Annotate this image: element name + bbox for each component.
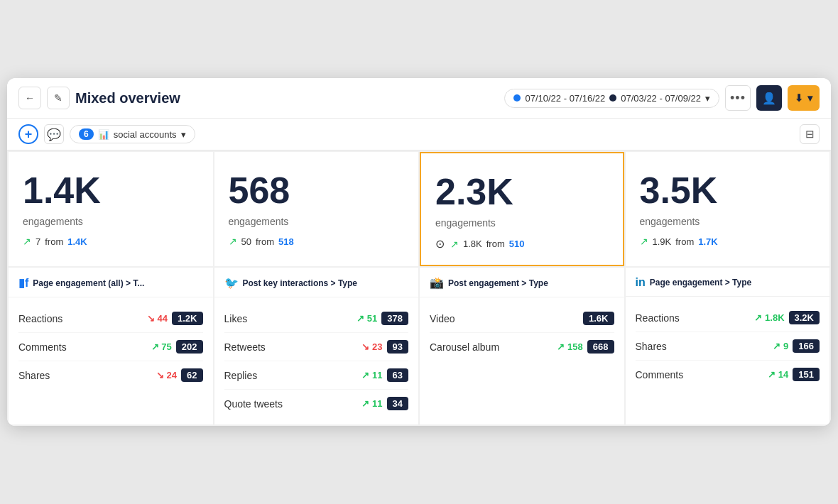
li-reactions-label: Reactions: [636, 312, 680, 324]
app-window: ← ✎ Mixed overview 07/10/22 - 07/16/22 0…: [7, 78, 831, 426]
fb-reactions-change: ↘ 44: [147, 313, 168, 324]
metric-change-1: ↗ 50 from 518: [229, 236, 405, 247]
tw-item-retweets: Retweets ↘ 23 93: [224, 333, 409, 361]
metric-change-3: ↗ 1.9K from 1.7K: [640, 236, 816, 247]
detail-header-twitter: 🐦 Post key interactions > Type: [214, 268, 419, 297]
tw-likes-label: Likes: [224, 313, 248, 324]
metric-label-2: engagements: [435, 217, 609, 229]
fb-comments-label: Comments: [18, 341, 67, 353]
li-detail-body: Reactions ↗ 1.8K 3.2K Shares ↗ 9 166: [626, 297, 830, 395]
ig-header-text: Post engagement > Type: [448, 278, 548, 288]
detail-card-twitter: 🐦 Post key interactions > Type Likes ↗ 5…: [214, 268, 419, 424]
fb-detail-body: Reactions ↘ 44 1.2K Comments ↗ 75 202: [9, 297, 213, 396]
li-reactions-change: ↗ 1.8K: [754, 312, 784, 323]
header-right: 07/10/22 - 07/16/22 07/03/22 - 07/09/22 …: [504, 85, 820, 111]
fb-shares-val: 62: [181, 368, 202, 382]
date1-dot: [513, 94, 521, 102]
tw-header-text: Post key interactions > Type: [243, 278, 358, 288]
tw-retweets-right: ↘ 23 93: [361, 340, 408, 354]
detail-card-linkedin: in Page engagement > Type Reactions ↗ 1.…: [626, 268, 830, 424]
ig-video-right: 1.6K: [583, 312, 614, 325]
ig-carousel-right: ↗ 158 668: [557, 340, 614, 354]
change-val-2: 1.8K: [463, 239, 482, 249]
li-item-comments: Comments ↗ 14 151: [636, 361, 820, 388]
tw-retweets-label: Retweets: [224, 341, 266, 353]
filter-button[interactable]: ⊟: [800, 124, 820, 144]
chevron-down-icon-3: ▾: [181, 129, 186, 140]
detail-header-facebook: ▮f Page engagement (all) > T...: [9, 268, 213, 297]
linkedin-icon: in: [636, 276, 646, 289]
arrow-up-icon-2: ↗: [450, 239, 459, 250]
user-button[interactable]: 👤: [756, 85, 782, 111]
from-val-1: 518: [278, 236, 294, 247]
change-val-0: 7: [36, 236, 40, 247]
tw-item-likes: Likes ↗ 51 378: [224, 305, 409, 333]
tw-replies-change: ↗ 11: [361, 370, 382, 380]
li-item-shares: Shares ↗ 9 166: [636, 332, 820, 361]
date1-label: 07/10/22 - 07/16/22: [525, 93, 605, 104]
accounts-badge: 6: [79, 128, 94, 140]
chat-button[interactable]: 💬: [44, 124, 64, 144]
tw-quote-val: 34: [387, 397, 408, 410]
social-accounts-button[interactable]: 6 📊 social accounts ▾: [70, 125, 195, 143]
chat-icon: 💬: [47, 128, 61, 141]
edit-button[interactable]: ✎: [47, 87, 70, 109]
li-shares-change: ↗ 9: [773, 341, 788, 351]
li-reactions-val: 3.2K: [789, 311, 820, 324]
li-comments-right: ↗ 14 151: [768, 368, 820, 381]
back-button[interactable]: ←: [18, 87, 41, 109]
detail-card-facebook: ▮f Page engagement (all) > T... Reaction…: [9, 268, 213, 424]
fb-shares-change: ↘ 24: [156, 370, 177, 380]
li-item-reactions: Reactions ↗ 1.8K 3.2K: [636, 304, 820, 332]
from-label-0: from: [45, 236, 63, 247]
add-button[interactable]: +: [18, 124, 38, 144]
metric-change-0: ↗ 7 from 1.4K: [23, 236, 199, 247]
metric-change-2: ⊙ ↗ 1.8K from 510: [435, 237, 609, 251]
chevron-down-icon: ▾: [705, 93, 710, 104]
tw-replies-label: Replies: [224, 370, 258, 381]
social-accounts-label: social accounts: [114, 129, 177, 140]
tw-detail-body: Likes ↗ 51 378 Retweets ↘ 23 93: [214, 297, 419, 424]
tw-item-replies: Replies ↗ 11 63: [224, 361, 409, 390]
metric-value-0: 1.4K: [23, 172, 199, 209]
li-shares-label: Shares: [636, 341, 667, 352]
tw-likes-val: 378: [381, 312, 408, 325]
tw-replies-right: ↗ 11 63: [361, 368, 408, 382]
detail-header-instagram: 📸 Post engagement > Type: [420, 268, 624, 297]
fb-item-reactions: Reactions ↘ 44 1.2K: [18, 305, 203, 333]
metric-value-1: 568: [229, 172, 405, 209]
ig-carousel-val: 668: [587, 340, 614, 354]
fb-comments-val: 202: [176, 340, 203, 354]
fb-comments-change: ↗ 75: [151, 341, 172, 352]
fb-reactions-label: Reactions: [18, 313, 62, 324]
arrow-up-icon-0: ↗: [23, 236, 31, 247]
fb-reactions-val: 1.2K: [172, 312, 202, 325]
tw-likes-right: ↗ 51 378: [357, 312, 408, 325]
tw-replies-val: 63: [387, 368, 408, 382]
metric-value-3: 3.5K: [640, 172, 816, 209]
metric-label-0: engagements: [23, 216, 199, 227]
metrics-row: 1.4K engagements ↗ 7 from 1.4K 568 engag…: [9, 152, 829, 266]
page-title: Mixed overview: [75, 90, 180, 106]
header: ← ✎ Mixed overview 07/10/22 - 07/16/22 0…: [7, 78, 831, 119]
change-val-3: 1.9K: [653, 236, 672, 247]
metric-card-0: 1.4K engagements ↗ 7 from 1.4K: [9, 152, 213, 266]
tw-quote-change: ↗ 11: [361, 398, 382, 409]
li-shares-val: 166: [793, 339, 820, 353]
detail-card-instagram: 📸 Post engagement > Type Video 1.6K Caro…: [420, 268, 624, 424]
detail-row: ▮f Page engagement (all) > T... Reaction…: [9, 268, 829, 424]
more-options-button[interactable]: •••: [725, 85, 751, 111]
metric-card-2: 2.3K engagements ⊙ ↗ 1.8K from 510: [420, 152, 624, 266]
from-val-0: 1.4K: [67, 236, 87, 247]
user-icon: 👤: [762, 92, 776, 105]
li-comments-change: ↗ 14: [768, 369, 788, 380]
from-label-3: from: [675, 236, 694, 247]
ig-carousel-label: Carousel album: [430, 341, 499, 353]
from-label-1: from: [256, 236, 274, 247]
download-button[interactable]: ⬇ ▾: [788, 85, 820, 111]
main-content: 1.4K engagements ↗ 7 from 1.4K 568 engag…: [7, 150, 831, 426]
filter-icon: ⊟: [805, 128, 815, 141]
metric-card-3: 3.5K engagements ↗ 1.9K from 1.7K: [626, 152, 830, 266]
ig-detail-body: Video 1.6K Carousel album ↗ 158 668: [420, 297, 624, 368]
date-range-button[interactable]: 07/10/22 - 07/16/22 07/03/22 - 07/09/22 …: [504, 89, 719, 108]
